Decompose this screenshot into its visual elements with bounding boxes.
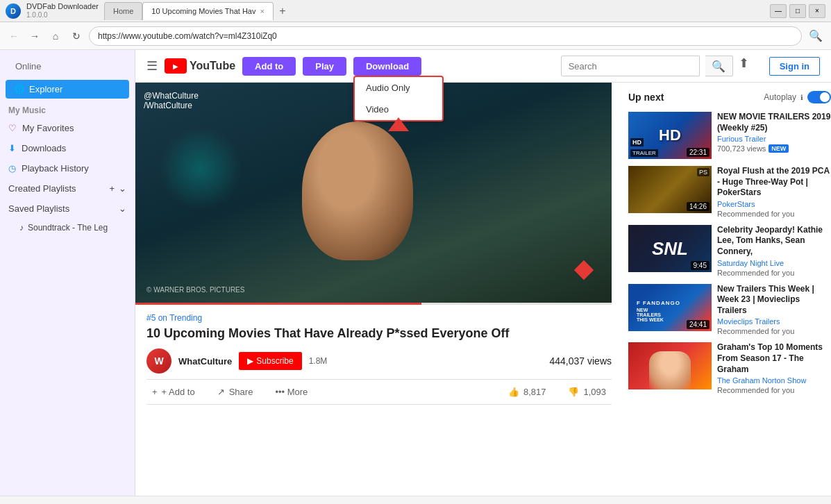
video-marker	[574, 260, 594, 280]
video-thumbnail: PS 14:26	[628, 166, 712, 213]
tab-active[interactable]: 10 Upcoming Movies That Hav ×	[142, 2, 274, 20]
trending-badge: #5 on Trending	[146, 313, 612, 323]
sidebar-item-favorites[interactable]: ♡ My Favorites	[0, 118, 135, 138]
video-card[interactable]: F FANDANGO NEWTRAILERSTHIS WEEK 24:41 Ne…	[628, 284, 831, 336]
globe-icon: 🌐	[14, 84, 25, 94]
new-badge: NEW	[769, 144, 789, 153]
download-button[interactable]: Download	[353, 57, 421, 76]
youtube-logo[interactable]: YouTube	[165, 58, 235, 74]
address-search-icon[interactable]: 🔍	[806, 26, 825, 46]
more-button[interactable]: ••• More	[269, 384, 313, 400]
main-video-column: @WhatCulture /WhatCulture © WARNER BROS.…	[135, 83, 623, 496]
video-card[interactable]: SNL 9:45 Celebrity Jeopardy! Kathie Lee,…	[628, 225, 831, 277]
autoplay-row: Autoplay ℹ	[764, 91, 831, 103]
video-card[interactable]: HD HD TRAILER 22:31 NEW MOVIE TRAILERS 2…	[628, 112, 831, 159]
dislike-button[interactable]: 👎 1,093	[562, 384, 612, 400]
autoplay-info-icon[interactable]: ℹ	[800, 94, 803, 101]
video-thumbnail: SNL 9:45	[628, 225, 712, 272]
channel-name[interactable]: WhatCulture	[178, 356, 232, 367]
video-card-channel[interactable]: Saturday Night Live	[717, 259, 831, 267]
tab-bar: Home 10 Upcoming Movies That Hav × +	[104, 2, 764, 20]
video-card-meta: Recommended for you	[717, 386, 831, 394]
video-thumbnail	[628, 342, 712, 389]
tab-close-icon[interactable]: ×	[260, 7, 264, 15]
app-name: DVDFab Downloader 1.0.0.0	[26, 2, 99, 19]
history-icon: ◷	[8, 163, 16, 174]
home-button[interactable]: ⌂	[47, 28, 64, 44]
horizontal-scrollbar[interactable]	[0, 496, 831, 504]
signin-button[interactable]: Sign in	[769, 57, 820, 76]
subscribe-button[interactable]: ▶ Subscribe	[239, 352, 301, 370]
video-area: @WhatCulture /WhatCulture © WARNER BROS.…	[135, 83, 831, 496]
share-icon: ↗	[217, 387, 225, 397]
video-info: #5 on Trending 10 Upcoming Movies That H…	[135, 305, 612, 405]
sidebar-playlist-item[interactable]: ♪ Soundtrack - The Leg	[0, 219, 135, 237]
video-actions-row: + + Add to ↗ Share ••• More 👍	[146, 379, 612, 405]
plus-icon: +	[152, 387, 158, 397]
minimize-button[interactable]: —	[770, 4, 787, 18]
video-card-title: NEW MOVIE TRAILERS 2019 (Weekly #25)	[717, 112, 831, 133]
like-button[interactable]: 👍 8,817	[503, 384, 552, 400]
youtube-search-input[interactable]	[561, 56, 700, 76]
video-bokeh-effect	[159, 127, 242, 210]
channel-avatar: W	[146, 348, 171, 373]
video-card[interactable]: PS 14:26 Royal Flush at the 2019 PCA - H…	[628, 166, 831, 218]
youtube-logo-text: YouTube	[190, 60, 235, 72]
youtube-search-button[interactable]: 🔍	[705, 56, 733, 76]
address-input[interactable]	[89, 26, 802, 46]
video-watermark: @WhatCulture /WhatCulture	[144, 91, 199, 110]
maximize-button[interactable]: □	[789, 4, 806, 18]
video-content-figure	[302, 121, 413, 260]
subscribe-play-icon: ▶	[247, 356, 253, 366]
download-icon: ⬇	[8, 143, 16, 153]
address-bar: ← → ⌂ ↻ 🔍	[0, 22, 831, 50]
back-button[interactable]: ←	[6, 28, 22, 44]
video-card-title: Royal Flush at the 2019 PCA - Huge Three…	[717, 166, 831, 199]
video-card-channel[interactable]: Furious Trailer	[717, 135, 831, 143]
video-card-info: Celebrity Jeopardy! Kathie Lee, Tom Hank…	[717, 225, 831, 277]
upload-icon[interactable]: ⬆	[739, 56, 764, 76]
sidebar-saved-playlists[interactable]: Saved Playlists ⌄	[0, 199, 135, 219]
video-card-info: NEW MOVIE TRAILERS 2019 (Weekly #25) Fur…	[717, 112, 831, 159]
app-identity: D DVDFab Downloader 1.0.0.0	[6, 2, 99, 19]
video-duration: 14:26	[687, 202, 710, 211]
video-progress-bar[interactable]	[135, 303, 612, 305]
video-thumbnail: F FANDANGO NEWTRAILERSTHIS WEEK 24:41	[628, 284, 712, 331]
add-to-action-button[interactable]: + + Add to	[146, 384, 201, 400]
autoplay-toggle[interactable]	[807, 91, 831, 103]
sidebar-item-online[interactable]: Online	[7, 57, 128, 76]
video-duration: 9:45	[691, 261, 710, 270]
add-playlist-icon[interactable]: +	[109, 183, 115, 194]
video-card-channel[interactable]: PokerStars	[717, 200, 831, 208]
refresh-button[interactable]: ↻	[68, 28, 85, 44]
video-card-meta: Recommended for you	[717, 269, 831, 277]
video-card-title: Celebrity Jeopardy! Kathie Lee, Tom Hank…	[717, 225, 831, 258]
video-option[interactable]: Video	[355, 99, 442, 120]
video-card-channel[interactable]: Movieclips Trailers	[717, 317, 831, 326]
forward-button[interactable]: →	[26, 28, 43, 44]
share-button[interactable]: ↗ Share	[212, 384, 259, 400]
sidebar-created-playlists[interactable]: Created Playlists + ⌄	[0, 178, 135, 199]
video-card-meta: 700,723 views NEW	[717, 144, 831, 153]
video-card-info: Royal Flush at the 2019 PCA - Huge Three…	[717, 166, 831, 218]
search-area: 🔍 ⬆ Sign in	[428, 56, 820, 76]
add-to-button[interactable]: Add to	[242, 57, 296, 76]
sidebar-my-music-title: My Music	[0, 100, 135, 118]
sidebar-item-playback-history[interactable]: ◷ Playback History	[0, 158, 135, 178]
hamburger-icon[interactable]: ☰	[146, 58, 158, 74]
youtube-logo-icon	[165, 58, 187, 74]
new-tab-button[interactable]: +	[274, 2, 292, 20]
sidebar: Online 🌐 Explorer My Music ♡ My Favorite…	[0, 50, 135, 496]
subscriber-count: 1.8M	[309, 356, 328, 366]
app-icon: D	[6, 3, 21, 19]
play-button[interactable]: Play	[303, 57, 346, 76]
sidebar-item-explorer[interactable]: 🌐 Explorer	[6, 80, 129, 99]
video-card-channel[interactable]: The Graham Norton Show	[717, 376, 831, 385]
video-progress-fill	[135, 303, 421, 305]
close-button[interactable]: ×	[809, 4, 825, 18]
audio-only-option[interactable]: Audio Only	[355, 77, 442, 99]
video-duration: 22:31	[687, 148, 710, 157]
tab-home[interactable]: Home	[104, 2, 142, 20]
video-card[interactable]: Graham's Top 10 Moments From Season 17 -…	[628, 342, 831, 394]
sidebar-item-downloads[interactable]: ⬇ Downloads	[0, 138, 135, 158]
